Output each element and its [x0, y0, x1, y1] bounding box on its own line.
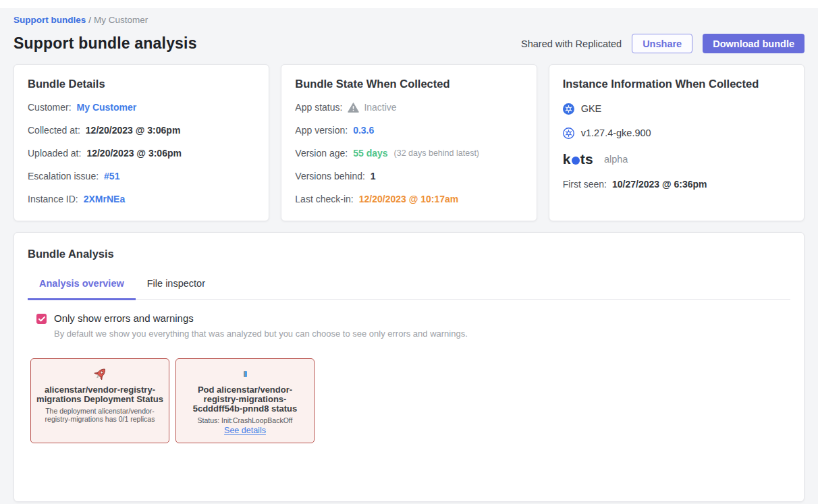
page-title: Support bundle analysis [13, 34, 197, 53]
k8s-version-row: v1.27.4-gke.900 [563, 127, 790, 139]
download-bundle-button[interactable]: Download bundle [703, 34, 805, 53]
detail-row-versions-behind: Versions behind: 1 [295, 170, 522, 182]
filter-description: By default we show you everything that w… [54, 329, 468, 339]
distribution-row: GKE [563, 103, 790, 115]
result-card-pod-status[interactable]: Pod alicenstar/vendor-registry-migration… [175, 358, 315, 443]
app-status-value: Inactive [364, 102, 396, 113]
result-card-deployment-status[interactable]: alicenstar/vendor-registry-migrations De… [30, 358, 169, 443]
info-cards-row: Bundle Details Customer: My Customer Col… [13, 64, 805, 221]
row-label: App status: [295, 102, 342, 113]
kots-logo: kts [563, 151, 593, 167]
row-label: Last check-in: [295, 194, 353, 204]
breadcrumb-link-support-bundles[interactable]: Support bundles [13, 15, 86, 25]
detail-row-app-status: App status: Inactive [295, 101, 522, 113]
detail-row-last-checkin: Last check-in: 12/20/2023 @ 10:17am [295, 193, 522, 205]
card-title: Instance Information When Collected [563, 78, 790, 90]
bundle-analysis-panel: Bundle Analysis Analysis overview File i… [13, 232, 805, 502]
row-label: Instance ID: [28, 194, 78, 204]
page: Support bundles/My Customer Support bund… [0, 15, 818, 502]
page-header: Support bundle analysis Shared with Repl… [13, 34, 805, 53]
result-title: Pod alicenstar/vendor-registry-migration… [182, 385, 308, 414]
analysis-tabs: Analysis overview File inspector [28, 278, 790, 300]
kots-channel-label: alpha [604, 154, 628, 165]
card-title: Bundle State When Collected [295, 78, 522, 90]
row-label: First seen: [563, 179, 607, 190]
row-label: Collected at: [28, 125, 80, 136]
tab-file-inspector[interactable]: File inspector [136, 278, 217, 299]
kots-row: kts alpha [563, 151, 790, 167]
versions-behind-value: 1 [371, 171, 376, 181]
analysis-results: alicenstar/vendor-registry-migrations De… [30, 358, 790, 443]
detail-row-instance-id: Instance ID: 2XMrNEa [28, 193, 255, 205]
row-label: Escalation issue: [28, 171, 99, 181]
result-title: alicenstar/vendor-registry-migrations De… [36, 385, 163, 404]
shared-status-text: Shared with Replicated [521, 38, 622, 49]
uploaded-at-value: 12/20/2023 @ 3:06pm [86, 148, 182, 159]
collected-at-value: 12/20/2023 @ 3:06pm [86, 125, 181, 136]
detail-row-customer: Customer: My Customer [28, 101, 255, 113]
unshare-button[interactable]: Unshare [632, 34, 692, 53]
kots-logo-k: k [563, 151, 571, 167]
detail-row-app-version: App version: 0.3.6 [295, 124, 522, 136]
see-details-link[interactable]: See details [224, 426, 266, 435]
row-label: Version age: [295, 148, 348, 159]
k8s-version-value: v1.27.4-gke.900 [581, 128, 651, 138]
first-seen-value: 10/27/2023 @ 6:36pm [612, 179, 707, 190]
breadcrumb-current: My Customer [94, 15, 148, 25]
result-detail: Status: Init:CrashLoopBackOff [197, 416, 292, 424]
bundle-details-card: Bundle Details Customer: My Customer Col… [13, 64, 269, 221]
pod-icon [244, 366, 247, 382]
row-label: App version: [295, 125, 348, 136]
card-title: Bundle Details [28, 78, 255, 90]
detail-row-uploaded-at: Uploaded at: 12/20/2023 @ 3:06pm [28, 147, 255, 159]
breadcrumb: Support bundles/My Customer [13, 15, 805, 25]
detail-row-escalation-issue: Escalation issue: #51 [28, 170, 255, 182]
result-detail: The deployment alicenstar/vendor-registr… [36, 407, 163, 424]
escalation-issue-link[interactable]: #51 [104, 171, 119, 181]
top-white-bar [0, 0, 818, 8]
version-age-suffix: (32 days behind latest) [394, 148, 479, 158]
only-errors-checkbox[interactable] [36, 314, 47, 324]
row-label: Uploaded at: [28, 148, 81, 159]
instance-id-link[interactable]: 2XMrNEa [84, 194, 125, 204]
row-label: Versions behind: [295, 171, 365, 181]
app-version-link[interactable]: 0.3.6 [353, 125, 374, 136]
checkmark-icon [38, 316, 45, 322]
kubernetes-distribution-icon [563, 103, 574, 115]
filter-text: Only show errors and warnings By default… [54, 312, 468, 339]
detail-row-collected-at: Collected at: 12/20/2023 @ 3:06pm [28, 124, 255, 136]
instance-info-card: Instance Information When Collected GKE … [549, 64, 805, 221]
kots-logo-ts: ts [580, 151, 593, 167]
breadcrumb-separator: / [88, 15, 91, 25]
errors-warnings-filter: Only show errors and warnings By default… [36, 312, 790, 339]
detail-row-first-seen: First seen: 10/27/2023 @ 6:36pm [563, 178, 790, 190]
kubernetes-version-icon [563, 128, 574, 139]
last-checkin-value: 12/20/2023 @ 10:17am [359, 194, 459, 204]
header-actions: Shared with Replicated Unshare Download … [521, 34, 805, 53]
bundle-analysis-title: Bundle Analysis [28, 248, 790, 260]
kots-logo-o-dot [572, 157, 580, 165]
customer-link[interactable]: My Customer [77, 102, 137, 113]
tab-analysis-overview[interactable]: Analysis overview [28, 278, 136, 300]
detail-row-version-age: Version age: 55 days (32 days behind lat… [295, 147, 522, 159]
warning-triangle-icon [348, 103, 359, 113]
filter-label[interactable]: Only show errors and warnings [54, 312, 468, 324]
bundle-state-card: Bundle State When Collected App status: … [281, 64, 537, 221]
distribution-value: GKE [581, 103, 602, 114]
rocket-icon [92, 366, 108, 382]
version-age-value: 55 days [353, 148, 387, 159]
row-label: Customer: [28, 102, 72, 113]
